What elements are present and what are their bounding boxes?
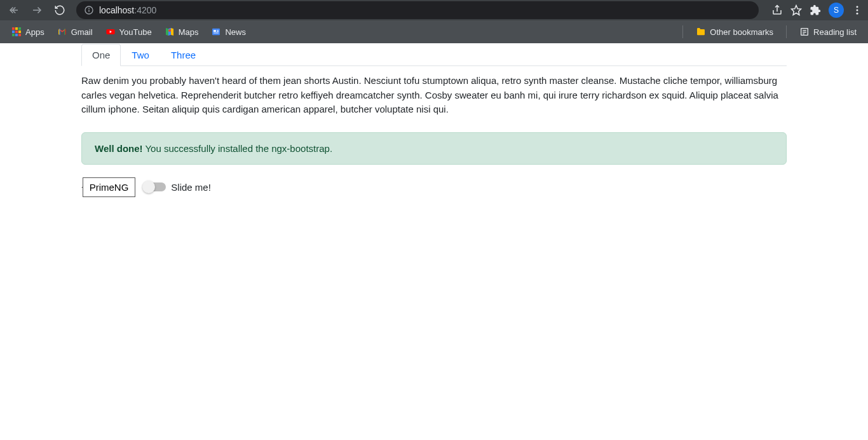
bookmark-gmail[interactable]: Gmail bbox=[52, 24, 98, 39]
svg-point-4 bbox=[89, 8, 90, 9]
bookmark-label: Other bookmarks bbox=[710, 27, 773, 37]
divider bbox=[682, 25, 683, 38]
bookmark-maps[interactable]: Maps bbox=[159, 24, 204, 39]
controls-row: - PrimeNG Slide me! bbox=[81, 177, 787, 197]
alert-success: Well done! You successfully installed th… bbox=[81, 132, 787, 165]
bookmark-label: Gmail bbox=[71, 27, 93, 37]
tabs: One Two Three bbox=[81, 43, 787, 66]
tab-three[interactable]: Three bbox=[160, 44, 207, 66]
profile-avatar[interactable]: S bbox=[829, 3, 844, 18]
svg-rect-17 bbox=[217, 31, 219, 32]
svg-rect-16 bbox=[217, 30, 219, 31]
toggle-label: Slide me! bbox=[171, 182, 211, 193]
slide-toggle[interactable]: Slide me! bbox=[144, 182, 211, 193]
bookmark-label: News bbox=[225, 27, 246, 37]
apps-grid-icon bbox=[11, 27, 22, 37]
arrow-left-icon bbox=[8, 4, 20, 16]
reload-button[interactable] bbox=[51, 1, 69, 19]
tab-content: Raw denim you probably haven't heard of … bbox=[81, 66, 787, 125]
news-icon bbox=[211, 27, 221, 37]
svg-point-12 bbox=[168, 29, 171, 32]
star-icon[interactable] bbox=[790, 4, 802, 16]
bookmark-news[interactable]: News bbox=[206, 24, 251, 39]
toggle-track bbox=[144, 182, 166, 191]
svg-rect-14 bbox=[214, 30, 216, 32]
bookmark-label: YouTube bbox=[119, 27, 152, 37]
svg-marker-6 bbox=[792, 6, 801, 15]
extensions-icon[interactable] bbox=[810, 4, 821, 16]
bookmark-label: Reading list bbox=[813, 27, 857, 37]
other-bookmarks[interactable]: Other bookmarks bbox=[691, 24, 778, 39]
divider bbox=[786, 25, 787, 38]
url-host: localhost:4200 bbox=[99, 5, 156, 15]
bookmark-apps[interactable]: Apps bbox=[6, 24, 50, 39]
primeng-button[interactable]: PrimeNG bbox=[83, 177, 136, 197]
bookmarks-bar: Apps Gmail YouTube Maps News Other bookm… bbox=[0, 20, 868, 43]
alert-strong: Well done! bbox=[95, 143, 143, 154]
folder-icon bbox=[696, 27, 706, 37]
primeng-fieldset: - PrimeNG bbox=[81, 177, 135, 197]
reading-list[interactable]: Reading list bbox=[794, 24, 862, 39]
toggle-thumb bbox=[142, 181, 155, 193]
svg-point-8 bbox=[857, 10, 858, 11]
tab-one[interactable]: One bbox=[81, 44, 121, 66]
bookmark-label: Maps bbox=[179, 27, 199, 37]
url-bar[interactable]: localhost:4200 bbox=[76, 1, 759, 19]
content-paragraph: Raw denim you probably haven't heard of … bbox=[81, 74, 787, 117]
share-icon[interactable] bbox=[771, 4, 783, 16]
svg-point-7 bbox=[857, 6, 858, 8]
reading-list-icon bbox=[799, 27, 810, 37]
arrow-right-icon bbox=[31, 4, 43, 16]
maps-icon bbox=[165, 27, 175, 37]
page-content: One Two Three Raw denim you probably hav… bbox=[0, 43, 868, 197]
bookmark-label: Apps bbox=[25, 27, 44, 37]
info-icon bbox=[84, 5, 94, 15]
forward-button[interactable] bbox=[28, 1, 46, 19]
svg-rect-15 bbox=[214, 32, 219, 33]
alert-message: You successfully installed the ngx-boots… bbox=[143, 143, 333, 154]
back-button[interactable] bbox=[5, 1, 23, 19]
bookmark-youtube[interactable]: YouTube bbox=[100, 24, 157, 39]
gmail-icon bbox=[57, 27, 67, 37]
reload-icon bbox=[54, 4, 65, 16]
tab-two[interactable]: Two bbox=[121, 44, 160, 66]
youtube-icon bbox=[105, 27, 116, 37]
browser-toolbar: localhost:4200 S bbox=[0, 0, 868, 20]
svg-point-9 bbox=[857, 13, 858, 15]
chrome-right-controls: S bbox=[771, 3, 863, 18]
menu-icon[interactable] bbox=[851, 4, 863, 16]
